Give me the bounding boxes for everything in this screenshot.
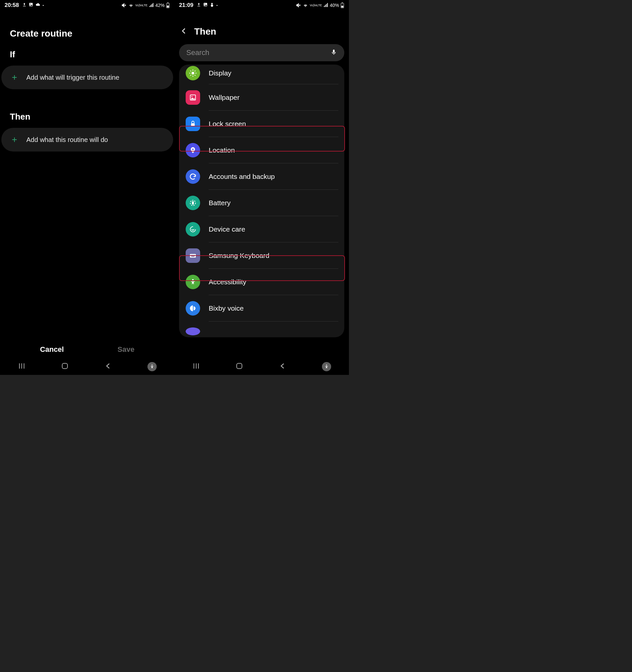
back-icon[interactable] xyxy=(279,362,287,371)
accessibility-icon[interactable] xyxy=(148,362,157,371)
list-item-location[interactable]: Location xyxy=(179,137,344,163)
brightness-icon xyxy=(186,66,200,80)
svg-rect-27 xyxy=(194,255,195,256)
list-item-device-care[interactable]: Device care xyxy=(179,216,344,242)
plus-icon: + xyxy=(10,135,19,145)
more-icon: • xyxy=(216,4,218,7)
accessibility-icon xyxy=(186,275,200,289)
back-icon[interactable] xyxy=(180,27,187,36)
nav-bar xyxy=(174,358,349,375)
item-label: Accessibility xyxy=(209,278,246,286)
svg-point-6 xyxy=(152,365,153,366)
back-icon[interactable] xyxy=(104,362,112,371)
list-item-accounts-backup[interactable]: Accounts and backup xyxy=(179,163,344,190)
bixby-icon xyxy=(186,301,200,316)
item-label: Wallpaper xyxy=(209,94,239,101)
battery-percent: 42% xyxy=(155,3,165,8)
status-time: 20:58 xyxy=(5,2,19,8)
mute-icon xyxy=(296,3,301,8)
header: Then xyxy=(174,10,349,44)
accessibility-icon[interactable] xyxy=(322,362,331,371)
svg-point-10 xyxy=(211,4,213,6)
svg-point-8 xyxy=(205,4,205,4)
home-icon[interactable] xyxy=(235,362,243,371)
more-icon: • xyxy=(43,4,44,7)
image-icon xyxy=(186,90,200,105)
list-item-display[interactable]: Display xyxy=(179,64,344,84)
list-item-bixby-voice[interactable]: Bixby voice xyxy=(179,295,344,321)
device-care-icon xyxy=(186,222,200,237)
list-item-lock-screen[interactable]: Lock screen xyxy=(179,111,344,137)
svg-rect-24 xyxy=(191,255,192,256)
search-input[interactable]: Search xyxy=(179,44,344,61)
save-button[interactable]: Save xyxy=(118,345,134,354)
item-label: Device care xyxy=(209,225,245,233)
item-label: Accounts and backup xyxy=(209,173,275,181)
svg-point-1 xyxy=(30,4,31,4)
svg-rect-3 xyxy=(167,3,169,3)
image-icon xyxy=(203,2,208,8)
image-icon xyxy=(29,2,33,8)
nav-bar xyxy=(0,358,174,375)
upload-icon xyxy=(197,2,201,8)
battery-icon xyxy=(340,2,344,8)
action-category-list: Display Wallpaper Lock screen Location A… xyxy=(179,65,344,337)
item-label: Battery xyxy=(209,199,231,207)
svg-point-19 xyxy=(192,149,194,150)
volte-icon: Vo)\nLTE xyxy=(135,4,148,6)
wifi-icon xyxy=(128,3,134,8)
svg-point-22 xyxy=(190,226,196,232)
add-trigger-button[interactable]: + Add what will trigger this routine xyxy=(1,66,173,89)
list-item-wallpaper[interactable]: Wallpaper xyxy=(179,84,344,111)
page-title: Create routine xyxy=(0,10,174,47)
search-placeholder: Search xyxy=(186,48,209,57)
home-icon[interactable] xyxy=(61,362,69,371)
if-heading: If xyxy=(0,47,174,64)
status-bar: 20:58 • Vo)\nLTE 42% xyxy=(0,0,174,10)
svg-rect-14 xyxy=(333,50,335,53)
recents-icon[interactable] xyxy=(192,362,200,371)
add-trigger-label: Add what will trigger this routine xyxy=(26,74,119,81)
cloud-icon xyxy=(35,2,41,8)
svg-rect-28 xyxy=(191,256,195,257)
mic-icon[interactable] xyxy=(330,48,337,57)
add-action-button[interactable]: + Add what this routine will do xyxy=(1,128,173,151)
item-label: Samsung Keyboard xyxy=(209,252,269,260)
lock-icon xyxy=(186,117,200,131)
header-title: Then xyxy=(194,26,216,37)
battery-percent: 40% xyxy=(330,3,339,8)
item-label: Bixby voice xyxy=(209,304,244,312)
item-label: Location xyxy=(209,146,235,154)
location-icon xyxy=(186,143,200,158)
svg-rect-13 xyxy=(342,6,343,7)
bottom-buttons: Cancel Save xyxy=(0,342,174,357)
svg-rect-30 xyxy=(237,363,242,368)
list-item-partial[interactable] xyxy=(179,321,344,337)
phone-right-then-list: 21:09 • Vo)\nLTE 40% xyxy=(174,0,349,375)
then-heading: Then xyxy=(0,109,174,126)
recents-icon[interactable] xyxy=(18,362,26,371)
list-item-samsung-keyboard[interactable]: Samsung Keyboard xyxy=(179,242,344,269)
cancel-button[interactable]: Cancel xyxy=(40,345,64,354)
status-bar: 21:09 • Vo)\nLTE 40% xyxy=(174,0,349,10)
svg-rect-12 xyxy=(342,3,343,3)
upload-icon xyxy=(22,2,27,8)
battery-icon xyxy=(186,196,200,210)
list-item-accessibility[interactable]: Accessibility xyxy=(179,269,344,295)
volte-icon: Vo)\nLTE xyxy=(310,4,322,6)
svg-point-15 xyxy=(192,72,195,75)
svg-rect-5 xyxy=(62,363,68,368)
svg-rect-26 xyxy=(193,255,194,256)
svg-rect-25 xyxy=(192,255,193,256)
list-item-battery[interactable]: Battery xyxy=(179,190,344,216)
svg-point-29 xyxy=(192,279,194,281)
mute-icon xyxy=(122,3,127,8)
battery-icon xyxy=(166,2,170,8)
svg-rect-18 xyxy=(191,123,195,126)
signal-icon xyxy=(323,3,329,8)
phone-left-create-routine: 20:58 • Vo)\nLTE 42% xyxy=(0,0,174,375)
wifi-icon xyxy=(303,3,308,8)
item-label: Display xyxy=(209,69,231,77)
sync-icon xyxy=(186,169,200,184)
status-time: 21:09 xyxy=(179,2,193,8)
